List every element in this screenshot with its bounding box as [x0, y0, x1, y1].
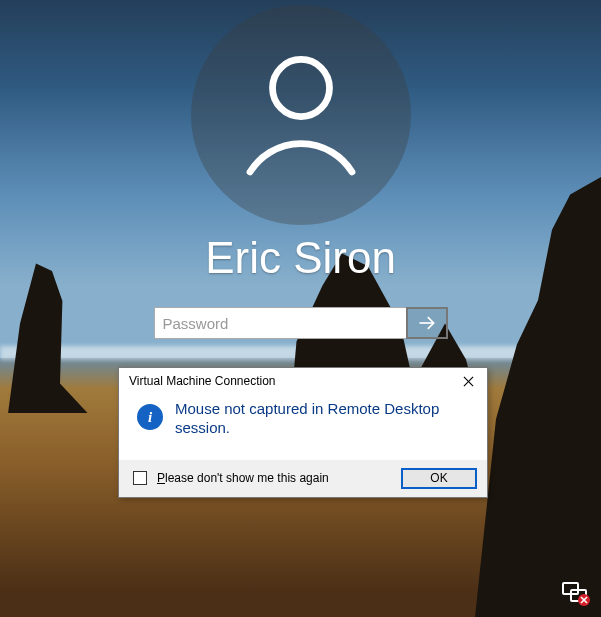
vm-connection-dialog: Virtual Machine Connection i Mouse not c… [118, 367, 488, 498]
user-avatar [191, 5, 411, 225]
close-icon [463, 376, 474, 387]
arrow-right-icon [417, 313, 437, 333]
submit-button[interactable] [406, 307, 448, 339]
svg-point-0 [272, 60, 329, 117]
password-row [154, 307, 448, 339]
dialog-titlebar[interactable]: Virtual Machine Connection [119, 368, 487, 394]
dialog-message: Mouse not captured in Remote Desktop ses… [175, 398, 479, 438]
user-icon [226, 40, 376, 190]
username-label: Eric Siron [205, 233, 396, 283]
dialog-footer: Please don't show me this again OK [119, 460, 487, 497]
lock-screen: Eric Siron Virtual Machine Connection i [0, 0, 601, 617]
password-input[interactable] [154, 307, 406, 339]
info-icon: i [137, 404, 163, 430]
login-panel: Eric Siron [0, 5, 601, 339]
dialog-title: Virtual Machine Connection [129, 374, 455, 388]
dialog-body: i Mouse not captured in Remote Desktop s… [119, 394, 487, 460]
close-button[interactable] [455, 370, 481, 392]
connection-status-icon[interactable] [561, 581, 591, 607]
dont-show-label[interactable]: Please don't show me this again [157, 471, 391, 485]
dont-show-checkbox[interactable] [133, 471, 147, 485]
ok-button[interactable]: OK [401, 468, 477, 489]
